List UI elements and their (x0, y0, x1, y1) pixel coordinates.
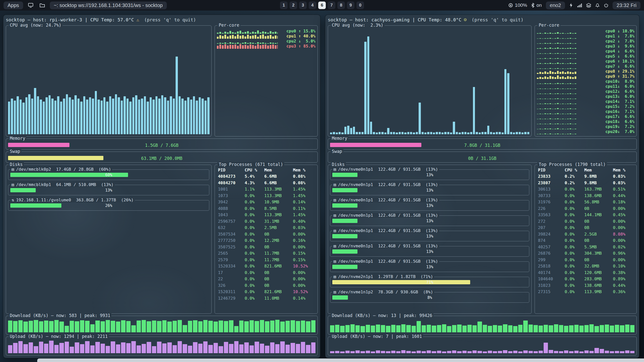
chart-bar (366, 351, 370, 353)
workspace-button-0[interactable]: 0 (356, 2, 364, 9)
process-pid: 1001 (218, 187, 242, 192)
core-label: cpu20↓ 7.0% (599, 129, 634, 134)
chart-bar (229, 320, 233, 332)
process-pid: 1520334 (218, 263, 242, 269)
download-title: Download (KB/s) — now: 583 | peak: 9931 (9, 313, 111, 318)
terminal-window-cachyos-gaming[interactable]: socktop — host: cachyos-gaming | CPU Tem… (325, 15, 639, 358)
chart-bar (250, 345, 254, 353)
chart-bar (190, 100, 192, 134)
disk-usage-text: /dev/nvme0n1p1 122.4GB / 931.5GB (13%) (338, 259, 438, 264)
chart-bar (605, 325, 609, 332)
notifications[interactable] (595, 3, 600, 8)
workspace-button-8[interactable]: 8 (337, 2, 345, 9)
workspace-button-4[interactable]: 4 (309, 2, 316, 9)
bluetooth-indicator[interactable]: on (531, 3, 542, 8)
process-value: 0.15% (293, 257, 311, 263)
spark-bar (227, 46, 229, 49)
layers-indicator[interactable] (586, 3, 591, 8)
process-pid: 39824 (538, 232, 561, 237)
process-value: 1.45% (293, 212, 311, 218)
chart-bar (291, 320, 295, 332)
core-row: cpu18↓ 6.6% (537, 119, 634, 124)
workspace-button-1[interactable]: 1 (280, 2, 288, 9)
process-pid: 27315 (538, 289, 561, 295)
chart-bar (488, 351, 492, 353)
disk-usage-text: /dev/nvme0n1p1 122.4GB / 931.5GB (13%) (338, 244, 438, 248)
monitor-icon[interactable] (27, 1, 35, 9)
window-title-tab[interactable]: ~: socktop ws://192.168.1.104:3031/ws - … (50, 2, 167, 9)
chart-bar (364, 42, 366, 134)
disk-title: ▤/dev/mmcblk0p1 64.1MB / 510.0MB (13%) (10, 182, 115, 187)
spark-bar (562, 71, 564, 74)
spark-bar (257, 44, 259, 49)
core-history-sparkline (537, 34, 597, 39)
core-row: cpu0 ↓ 10.9% (537, 29, 634, 34)
power-profile[interactable] (569, 3, 573, 8)
chart-bar (499, 132, 501, 134)
chart-bar (433, 132, 435, 134)
chart-bar (481, 132, 484, 134)
power-menu[interactable] (604, 3, 609, 8)
disks-title: Disks (331, 162, 346, 167)
swap-usage-label: 0B / 31.1GB (328, 156, 636, 161)
clock[interactable]: 23:32 Fri (613, 2, 640, 9)
disk-usage-text: /dev/mmcblk0p2 17.4GB / 28.8GB (60%) (16, 167, 111, 172)
process-value: 0.0% (565, 244, 581, 250)
chart-bar (416, 132, 418, 134)
chart-bar (311, 342, 315, 353)
terminal-window-rpi-worker-3[interactable]: socktop — host: rpi-worker-3 | CPU Temp:… (3, 15, 320, 358)
spark-bar (234, 36, 236, 39)
process-value: 0.0% (565, 193, 581, 199)
workspace-button-9[interactable]: 9 (347, 2, 354, 9)
chart-bar (447, 351, 451, 353)
chart-bar (574, 351, 579, 353)
spark-bar (270, 31, 271, 34)
workspace-button-7[interactable]: 7 (328, 2, 335, 9)
swap-panel: Swap 0B / 31.1GB (328, 152, 637, 163)
chart-bar (406, 325, 411, 333)
network-interface[interactable]: eno2 (546, 2, 565, 9)
chart-bar (270, 342, 274, 353)
process-value: 11.0MB (264, 296, 290, 301)
spark-bar (554, 134, 556, 134)
process-value: 304.3MB (584, 251, 610, 256)
cpu-history-chart (8, 29, 209, 134)
top-processes-panel: Top Processes (671 total) PIDCPU %MemMem… (215, 165, 318, 314)
process-value: 821.6MB (264, 289, 290, 295)
disk-icon: ▤ (334, 213, 336, 218)
chart-bar (65, 342, 69, 353)
workspace-button-3[interactable]: 3 (299, 2, 307, 9)
chart-bar (193, 320, 197, 332)
chart-bar (508, 325, 512, 333)
chart-bar (470, 132, 472, 134)
folder-icon[interactable] (38, 1, 46, 9)
disk-icon: ▤ (334, 167, 336, 172)
spark-bar (237, 31, 239, 34)
process-table: PIDCPU %MemMem %238330.2%9.8MB0.03%23807… (538, 167, 634, 312)
signal-indicator[interactable] (577, 3, 582, 8)
disk-title: ▤/dev/nvme1n1p2 78.3GB / 930.6GB (8%) (332, 290, 434, 294)
chart-bar (39, 342, 43, 353)
volume-indicator[interactable]: 100% (508, 3, 527, 8)
chart-bar (594, 348, 599, 353)
workspace-button-6[interactable]: 6 (318, 2, 326, 9)
chart-bar (452, 350, 456, 353)
spark-bar (567, 71, 569, 74)
spark-bar (217, 46, 219, 49)
chart-bar (361, 132, 364, 134)
chart-bar (286, 321, 290, 332)
process-value: 0.0% (245, 283, 261, 288)
core-row: cpu4 ↓ 6.6% (537, 49, 634, 54)
workspace-button-2[interactable]: 2 (290, 2, 297, 9)
apps-button[interactable]: Apps (4, 2, 23, 9)
chart-bar (496, 132, 498, 134)
chart-bar (202, 99, 204, 134)
spark-bar (255, 35, 256, 39)
spark-bar (257, 30, 259, 34)
chart-bar (23, 344, 28, 353)
chart-bar (196, 101, 198, 134)
chart-bar (137, 345, 141, 353)
volume-level: 100% (515, 3, 527, 8)
core-label: cpu3 ↑ 85.0% (280, 44, 315, 49)
clock-label: 23:32 Fri (617, 3, 636, 8)
